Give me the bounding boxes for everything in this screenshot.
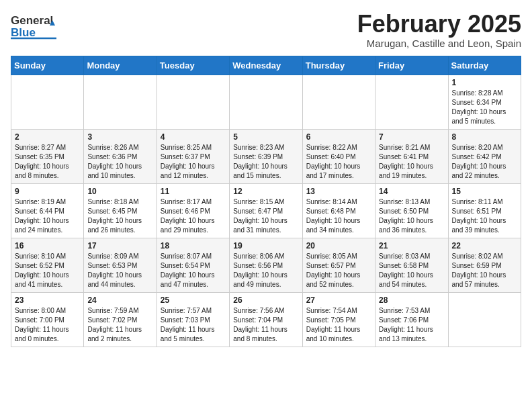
weekday-header-sunday: Sunday	[11, 56, 84, 75]
day-number: 18	[161, 241, 226, 250]
day-number: 1	[452, 78, 517, 87]
day-info: Sunrise: 8:06 AM Sunset: 6:56 PM Dayligh…	[233, 252, 298, 289]
title-area: February 2025 Marugan, Castille and Leon…	[357, 11, 521, 49]
day-info: Sunrise: 7:59 AM Sunset: 7:02 PM Dayligh…	[87, 306, 152, 344]
location: Marugan, Castille and Leon, Spain	[357, 38, 521, 49]
day-number: 13	[306, 187, 371, 196]
day-info: Sunrise: 7:57 AM Sunset: 7:03 PM Dayligh…	[161, 306, 226, 344]
calendar-cell: 22Sunrise: 8:02 AM Sunset: 6:59 PM Dayli…	[448, 238, 521, 292]
calendar-cell: 5Sunrise: 8:23 AM Sunset: 6:39 PM Daylig…	[230, 129, 302, 183]
day-number: 22	[452, 241, 517, 250]
page-header: General Blue February 2025 Marugan, Cast…	[11, 11, 521, 49]
calendar-week-3: 16Sunrise: 8:10 AM Sunset: 6:52 PM Dayli…	[11, 238, 521, 292]
day-info: Sunrise: 8:02 AM Sunset: 6:59 PM Dayligh…	[452, 252, 517, 289]
calendar-week-0: 1Sunrise: 8:28 AM Sunset: 6:34 PM Daylig…	[11, 75, 521, 129]
day-info: Sunrise: 7:56 AM Sunset: 7:04 PM Dayligh…	[233, 306, 298, 344]
day-info: Sunrise: 8:25 AM Sunset: 6:37 PM Dayligh…	[161, 143, 226, 181]
calendar-cell	[448, 292, 521, 347]
day-info: Sunrise: 8:00 AM Sunset: 7:00 PM Dayligh…	[15, 306, 80, 344]
month-title: February 2025	[357, 11, 521, 38]
calendar-cell: 16Sunrise: 8:10 AM Sunset: 6:52 PM Dayli…	[11, 238, 84, 292]
day-number: 7	[379, 132, 444, 142]
day-number: 23	[15, 295, 80, 305]
calendar-cell: 27Sunrise: 7:54 AM Sunset: 7:05 PM Dayli…	[302, 292, 375, 347]
day-info: Sunrise: 7:54 AM Sunset: 7:05 PM Dayligh…	[306, 306, 371, 344]
day-number: 6	[306, 132, 371, 142]
weekday-header-wednesday: Wednesday	[230, 56, 302, 75]
day-info: Sunrise: 8:26 AM Sunset: 6:36 PM Dayligh…	[87, 143, 152, 181]
day-number: 8	[452, 132, 517, 142]
day-info: Sunrise: 7:53 AM Sunset: 7:06 PM Dayligh…	[379, 306, 444, 344]
day-number: 4	[161, 132, 226, 142]
day-number: 14	[379, 187, 444, 196]
calendar-cell: 23Sunrise: 8:00 AM Sunset: 7:00 PM Dayli…	[11, 292, 84, 347]
day-number: 15	[452, 187, 517, 196]
calendar-cell: 4Sunrise: 8:25 AM Sunset: 6:37 PM Daylig…	[157, 129, 229, 183]
logo-svg: General Blue	[11, 11, 58, 40]
day-number: 28	[379, 295, 444, 305]
day-info: Sunrise: 8:09 AM Sunset: 6:53 PM Dayligh…	[87, 252, 152, 289]
day-info: Sunrise: 8:20 AM Sunset: 6:42 PM Dayligh…	[452, 143, 517, 181]
weekday-header-saturday: Saturday	[448, 56, 521, 75]
day-info: Sunrise: 8:22 AM Sunset: 6:40 PM Dayligh…	[306, 143, 371, 181]
calendar-cell: 20Sunrise: 8:05 AM Sunset: 6:57 PM Dayli…	[302, 238, 375, 292]
calendar-cell: 10Sunrise: 8:18 AM Sunset: 6:45 PM Dayli…	[84, 183, 157, 238]
calendar-cell: 3Sunrise: 8:26 AM Sunset: 6:36 PM Daylig…	[84, 129, 157, 183]
logo: General Blue	[11, 11, 58, 40]
calendar-week-1: 2Sunrise: 8:27 AM Sunset: 6:35 PM Daylig…	[11, 129, 521, 183]
calendar-week-4: 23Sunrise: 8:00 AM Sunset: 7:00 PM Dayli…	[11, 292, 521, 347]
day-number: 3	[87, 132, 152, 142]
day-number: 9	[15, 187, 80, 196]
day-number: 2	[15, 132, 80, 142]
calendar-cell: 17Sunrise: 8:09 AM Sunset: 6:53 PM Dayli…	[84, 238, 157, 292]
day-number: 24	[87, 295, 152, 305]
calendar-cell: 21Sunrise: 8:03 AM Sunset: 6:58 PM Dayli…	[375, 238, 448, 292]
day-info: Sunrise: 8:15 AM Sunset: 6:47 PM Dayligh…	[233, 197, 298, 235]
calendar-week-2: 9Sunrise: 8:19 AM Sunset: 6:44 PM Daylig…	[11, 183, 521, 238]
calendar-cell: 26Sunrise: 7:56 AM Sunset: 7:04 PM Dayli…	[230, 292, 302, 347]
day-info: Sunrise: 8:21 AM Sunset: 6:41 PM Dayligh…	[379, 143, 444, 181]
calendar-cell: 15Sunrise: 8:11 AM Sunset: 6:51 PM Dayli…	[448, 183, 521, 238]
svg-text:Blue: Blue	[11, 26, 36, 39]
calendar-cell	[375, 75, 448, 129]
calendar-cell: 13Sunrise: 8:14 AM Sunset: 6:48 PM Dayli…	[302, 183, 375, 238]
calendar-cell: 6Sunrise: 8:22 AM Sunset: 6:40 PM Daylig…	[302, 129, 375, 183]
day-number: 27	[306, 295, 371, 305]
calendar-cell: 18Sunrise: 8:07 AM Sunset: 6:54 PM Dayli…	[157, 238, 229, 292]
calendar-cell: 28Sunrise: 7:53 AM Sunset: 7:06 PM Dayli…	[375, 292, 448, 347]
calendar-cell: 8Sunrise: 8:20 AM Sunset: 6:42 PM Daylig…	[448, 129, 521, 183]
calendar-cell: 11Sunrise: 8:17 AM Sunset: 6:46 PM Dayli…	[157, 183, 229, 238]
weekday-header-tuesday: Tuesday	[157, 56, 229, 75]
day-info: Sunrise: 8:10 AM Sunset: 6:52 PM Dayligh…	[15, 252, 80, 289]
calendar-cell: 19Sunrise: 8:06 AM Sunset: 6:56 PM Dayli…	[230, 238, 302, 292]
calendar-cell	[11, 75, 84, 129]
calendar-cell: 9Sunrise: 8:19 AM Sunset: 6:44 PM Daylig…	[11, 183, 84, 238]
calendar-table: SundayMondayTuesdayWednesdayThursdayFrid…	[11, 56, 521, 347]
day-info: Sunrise: 8:17 AM Sunset: 6:46 PM Dayligh…	[161, 197, 226, 235]
day-info: Sunrise: 8:07 AM Sunset: 6:54 PM Dayligh…	[161, 252, 226, 289]
day-info: Sunrise: 8:03 AM Sunset: 6:58 PM Dayligh…	[379, 252, 444, 289]
day-info: Sunrise: 8:27 AM Sunset: 6:35 PM Dayligh…	[15, 143, 80, 181]
day-info: Sunrise: 8:23 AM Sunset: 6:39 PM Dayligh…	[233, 143, 298, 181]
calendar-cell: 7Sunrise: 8:21 AM Sunset: 6:41 PM Daylig…	[375, 129, 448, 183]
day-number: 16	[15, 241, 80, 250]
day-number: 20	[306, 241, 371, 250]
calendar-cell	[302, 75, 375, 129]
day-number: 12	[233, 187, 298, 196]
weekday-header-monday: Monday	[84, 56, 157, 75]
calendar-cell: 14Sunrise: 8:13 AM Sunset: 6:50 PM Dayli…	[375, 183, 448, 238]
day-number: 17	[87, 241, 152, 250]
weekday-header-friday: Friday	[375, 56, 448, 75]
calendar-cell: 24Sunrise: 7:59 AM Sunset: 7:02 PM Dayli…	[84, 292, 157, 347]
calendar-cell: 25Sunrise: 7:57 AM Sunset: 7:03 PM Dayli…	[157, 292, 229, 347]
calendar-cell: 12Sunrise: 8:15 AM Sunset: 6:47 PM Dayli…	[230, 183, 302, 238]
day-number: 26	[233, 295, 298, 305]
day-info: Sunrise: 8:13 AM Sunset: 6:50 PM Dayligh…	[379, 197, 444, 235]
calendar-cell: 2Sunrise: 8:27 AM Sunset: 6:35 PM Daylig…	[11, 129, 84, 183]
calendar-cell	[230, 75, 302, 129]
day-number: 11	[161, 187, 226, 196]
day-info: Sunrise: 8:18 AM Sunset: 6:45 PM Dayligh…	[87, 197, 152, 235]
calendar-header-row: SundayMondayTuesdayWednesdayThursdayFrid…	[11, 56, 521, 75]
weekday-header-thursday: Thursday	[302, 56, 375, 75]
day-number: 25	[161, 295, 226, 305]
